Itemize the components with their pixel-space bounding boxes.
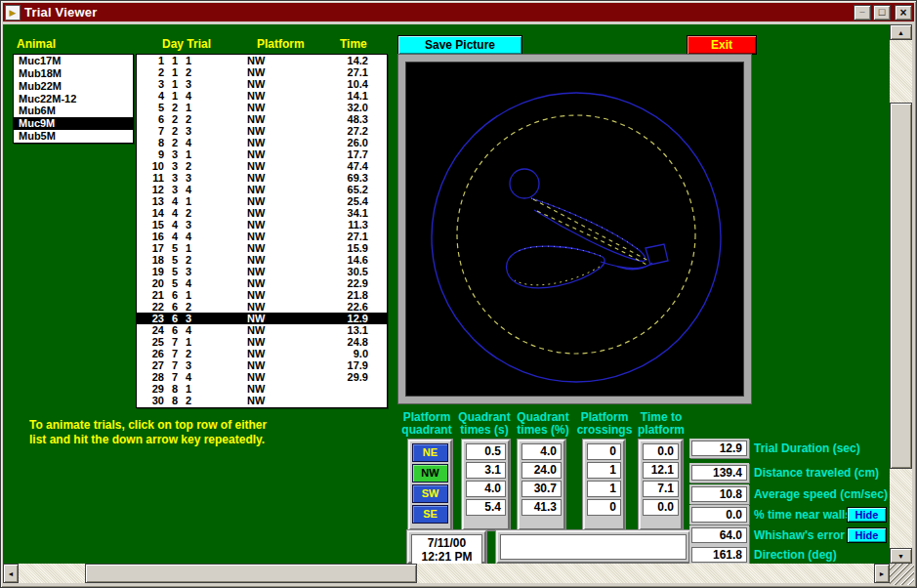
trial-platform: NW <box>247 184 306 195</box>
trial-row[interactable]: 2262NW22.6 <box>137 301 387 313</box>
trial-trial: 2 <box>178 254 191 266</box>
vertical-scrollbar[interactable]: ▲ ▼ <box>890 24 912 564</box>
save-picture-button[interactable]: Save Picture <box>397 35 522 55</box>
hide-button[interactable]: Hide <box>847 507 887 523</box>
trial-row[interactable]: 1442NW34.1 <box>137 207 387 219</box>
trial-number: 24 <box>137 324 164 336</box>
trial-row[interactable]: 212NW27.1 <box>137 66 387 78</box>
animal-list-item[interactable]: Mub5M <box>14 130 133 143</box>
vertical-scrollbar-thumb[interactable] <box>890 103 912 469</box>
trial-trial: 4 <box>178 90 191 102</box>
scroll-left-button[interactable]: ◄ <box>3 564 19 583</box>
trial-number: 27 <box>137 359 164 371</box>
trial-time: 27.1 <box>306 231 387 242</box>
platform-quadrant-header: Platform quadrant <box>395 411 459 437</box>
trial-row[interactable]: 1953NW30.5 <box>137 266 387 277</box>
time-value: 12:21 PM <box>412 550 481 564</box>
trial-row[interactable]: 1032NW47.4 <box>137 160 387 172</box>
trial-day: 5 <box>164 266 178 277</box>
scroll-up-button[interactable]: ▲ <box>890 24 912 40</box>
trial-row[interactable]: 824NW26.0 <box>137 137 387 148</box>
trial-day: 5 <box>164 277 178 289</box>
trial-day: 3 <box>164 148 178 160</box>
animal-list-item[interactable]: Muc9M <box>14 117 133 130</box>
trial-platform: NW <box>247 266 306 277</box>
trial-day: 2 <box>164 137 178 148</box>
trial-time: 14.6 <box>306 254 387 266</box>
scroll-down-icon: ▼ <box>897 553 904 560</box>
quadrant-time-pct-value: 41.3 <box>521 499 562 516</box>
trial-row[interactable]: 622NW48.3 <box>137 113 387 125</box>
platform-crossings-value: 1 <box>587 462 621 479</box>
trial-row[interactable]: 1751NW15.9 <box>137 242 387 254</box>
scroll-down-button[interactable]: ▼ <box>890 548 912 564</box>
trial-row[interactable]: 3082NW <box>137 395 387 406</box>
quadrant-time-s-value: 4.0 <box>466 481 506 497</box>
quadrant-button-se[interactable]: SE <box>412 505 448 524</box>
trial-platform: NW <box>247 172 306 184</box>
trial-day: 8 <box>164 395 178 406</box>
trial-row[interactable]: 1852NW14.6 <box>137 254 387 266</box>
trial-row[interactable]: 313NW10.4 <box>137 78 387 90</box>
animal-list-item[interactable]: Muc22M-12 <box>14 93 133 105</box>
trial-trial: 3 <box>178 219 191 231</box>
horizontal-scrollbar-thumb[interactable] <box>85 564 417 583</box>
trial-time: 22.9 <box>306 277 387 289</box>
trial-row[interactable]: 2363NW12.9 <box>137 313 387 324</box>
trial-number: 23 <box>137 313 164 324</box>
trial-platform: NW <box>247 195 306 207</box>
trial-time: 15.9 <box>306 242 387 254</box>
trial-row[interactable]: 111NW14.2 <box>137 55 387 66</box>
quadrant-button-ne[interactable]: NE <box>412 443 448 462</box>
animal-list-item[interactable]: Mub18M <box>14 67 133 80</box>
trial-platform: NW <box>247 125 306 137</box>
scroll-up-icon: ▲ <box>897 29 904 36</box>
trial-row[interactable]: 1543NW11.3 <box>137 219 387 231</box>
trial-day: 4 <box>164 195 178 207</box>
trial-number: 16 <box>137 231 164 242</box>
swim-path-lower-loop <box>507 246 605 288</box>
trial-row[interactable]: 2464NW13.1 <box>137 324 387 336</box>
trial-row[interactable]: 1133NW69.3 <box>137 172 387 184</box>
trial-number: 7 <box>137 125 164 137</box>
trial-time: 17.7 <box>306 148 387 160</box>
scroll-right-button[interactable]: ► <box>874 564 890 583</box>
trial-row[interactable]: 521NW32.0 <box>137 102 387 113</box>
trial-number: 22 <box>137 301 164 313</box>
trial-number: 25 <box>137 336 164 348</box>
trial-row[interactable]: 1234NW65.2 <box>137 184 387 195</box>
trial-row[interactable]: 1341NW25.4 <box>137 195 387 207</box>
animal-list-item[interactable]: Mub22M <box>14 80 133 93</box>
animal-list-item[interactable]: Mub6M <box>14 105 133 117</box>
trial-row[interactable]: 2672NW9.0 <box>137 348 387 359</box>
time-to-platform-value: 12.1 <box>643 462 679 479</box>
trial-platform: NW <box>247 313 306 324</box>
trial-row[interactable]: 2571NW24.8 <box>137 336 387 348</box>
stat-value-box: 0.0 <box>691 507 747 523</box>
trial-row[interactable]: 2054NW22.9 <box>137 277 387 289</box>
time-to-platform-value: 0.0 <box>643 443 679 460</box>
trial-day: 1 <box>164 90 178 102</box>
trial-row[interactable]: 931NW17.7 <box>137 148 387 160</box>
start-square-marker <box>646 244 668 265</box>
trial-row[interactable]: 414NW14.1 <box>137 90 387 102</box>
stat-label: Distance traveled (cm) <box>754 466 879 480</box>
trial-row[interactable]: 2981NW <box>137 383 387 395</box>
animal-listbox[interactable]: Muc17MMub18MMub22MMuc22M-12Mub6MMuc9MMub… <box>13 54 134 144</box>
trial-row[interactable]: 2874NW29.9 <box>137 371 387 383</box>
animal-list-item[interactable]: Muc17M <box>14 55 133 67</box>
trial-trial: 1 <box>178 336 191 348</box>
trial-listbox[interactable]: 111NW14.2212NW27.1313NW10.4414NW14.1521N… <box>136 54 388 408</box>
trial-row[interactable]: 2161NW21.8 <box>137 289 387 301</box>
hide-button[interactable]: Hide <box>847 527 887 543</box>
trial-row[interactable]: 2773NW17.9 <box>137 359 387 371</box>
quadrant-button-nw[interactable]: NW <box>412 464 448 483</box>
trial-row[interactable]: 723NW27.2 <box>137 125 387 137</box>
resize-grip[interactable] <box>890 564 914 585</box>
trial-time: 9.0 <box>306 348 387 359</box>
quadrant-button-sw[interactable]: SW <box>412 484 448 503</box>
trial-row[interactable]: 1644NW27.1 <box>137 231 387 242</box>
trial-platform: NW <box>247 148 306 160</box>
scroll-left-icon: ◄ <box>8 570 15 577</box>
horizontal-scrollbar[interactable]: ◄ ► <box>3 564 890 583</box>
